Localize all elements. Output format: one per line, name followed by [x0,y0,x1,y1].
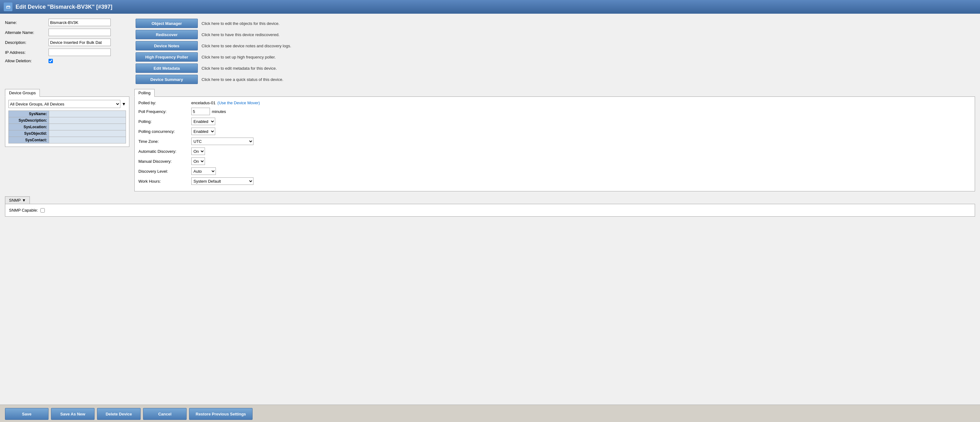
snmp-section: SNMP ▼ SNMP Capable: [5,196,975,217]
auto-discovery-row: Automatic Discovery: On Off [138,148,971,155]
edit-metadata-button[interactable]: Edit Metadata [135,64,198,73]
work-hours-row: Work Hours: System Default Always Never [138,177,971,185]
snmp-dropdown-arrow-icon: ▼ [22,198,26,202]
middle-section: Device Groups All Device Groups, All Dev… [5,89,975,191]
save-as-new-button[interactable]: Save As New [51,408,95,420]
snmp-content: SNMP Capable: [5,204,975,217]
sys-location-value [49,124,126,131]
alt-name-input[interactable] [49,29,111,36]
allow-deletion-row: Allow Deletion: [5,59,129,63]
tab-snmp[interactable]: SNMP ▼ [5,196,30,204]
action-buttons-list: Object Manager Click here to edit the ob… [135,19,975,84]
sys-name-label: SysName: [9,111,49,117]
action-btn-row-4: Edit Metadata Click here to edit metadat… [135,64,975,73]
name-row: Name: [5,19,129,26]
title-icon: 🗃 [4,3,13,11]
work-hours-label: Work Hours: [138,179,191,184]
action-btn-row-5: Device Summary Click here to see a quick… [135,75,975,84]
action-buttons-panel: Object Manager Click here to edit the ob… [135,19,975,84]
restore-settings-button[interactable]: Restore Previous Settings [189,408,253,420]
object-manager-desc: Click here to edit the objects for this … [202,21,280,26]
table-row: SysLocation: [9,124,126,131]
sys-contact-label: SysContact: [9,137,49,143]
polling-enabled-row: Polling: Enabled Disabled [138,118,971,125]
ip-label: IP Address: [5,50,49,55]
allow-deletion-checkbox[interactable] [49,59,53,63]
device-notes-button[interactable]: Device Notes [135,41,198,50]
device-groups-panel: Device Groups All Device Groups, All Dev… [5,89,129,191]
page-title: Edit Device "Bismarck-BV3K" [#397] [16,4,112,10]
polled-by-value: enceladus-01 (Use the Device Mover) [191,100,260,105]
polling-tab-header: Polling [134,89,975,97]
poll-freq-unit: minutes [212,109,226,114]
action-btn-row-3: High Frequency Poller Click here to set … [135,52,975,62]
discovery-level-row: Discovery Level: Auto None Basic Standar… [138,167,971,175]
device-groups-select[interactable]: All Device Groups, All Devices [8,100,120,108]
timezone-row: Time Zone: UTC System Default [138,137,971,145]
polling-enabled-label: Polling: [138,119,191,124]
alt-name-row: Alternate Name: [5,29,129,36]
dropdown-arrow-icon: ▼ [122,102,126,107]
high-frequency-poller-button[interactable]: High Frequency Poller [135,52,198,62]
action-btn-row-0: Object Manager Click here to edit the ob… [135,19,975,28]
delete-device-button[interactable]: Delete Device [97,408,141,420]
sys-location-label: SysLocation: [9,124,49,131]
name-input[interactable] [49,19,111,26]
auto-discovery-label: Automatic Discovery: [138,149,191,154]
edit-metadata-desc: Click here to edit metadata for this dev… [202,66,277,71]
polling-select[interactable]: Enabled Disabled [191,118,215,125]
device-notes-desc: Click here to see device notes and disco… [202,43,291,48]
save-button[interactable]: Save [5,408,49,420]
poll-freq-row: Poll Frequency: minutes [138,108,971,115]
timezone-select[interactable]: UTC System Default [191,137,253,145]
tab-polling[interactable]: Polling [134,89,154,97]
tab-snmp-label: SNMP [9,198,21,202]
device-groups-select-row: All Device Groups, All Devices ▼ [8,100,126,108]
polled-by-label: Polled by: [138,100,191,105]
name-label: Name: [5,20,49,25]
poll-freq-input[interactable] [191,108,210,115]
work-hours-select[interactable]: System Default Always Never [191,177,253,185]
cancel-button[interactable]: Cancel [143,408,187,420]
device-groups-tab-header: Device Groups [5,89,129,97]
snmp-capable-label: SNMP Capable: [9,208,38,213]
sys-table: SysName: SysDescription: SysLocation: [8,110,126,143]
rediscover-button[interactable]: Rediscover [135,30,198,39]
tab-device-groups[interactable]: Device Groups [5,89,40,97]
timezone-label: Time Zone: [138,139,191,144]
device-summary-desc: Click here to see a quick status of this… [202,77,283,82]
poll-freq-value: minutes [191,108,226,115]
tab-device-groups-label: Device Groups [9,91,36,95]
description-label: Description: [5,40,49,45]
table-row: SysName: [9,111,126,117]
device-mover-link[interactable]: (Use the Device Mover) [217,100,260,105]
description-row: Description: [5,38,129,46]
ip-input[interactable] [49,49,111,56]
sys-objectid-value [49,131,126,137]
device-summary-button[interactable]: Device Summary [135,75,198,84]
snmp-tab-header: SNMP ▼ [5,196,975,204]
snmp-capable-row: SNMP Capable: [9,208,971,213]
title-bar: 🗃 Edit Device "Bismarck-BV3K" [#397] [0,0,980,14]
tab-polling-label: Polling [138,91,151,95]
manual-discovery-label: Manual Discovery: [138,159,191,164]
allow-deletion-label: Allow Deletion: [5,59,49,63]
top-section: Name: Alternate Name: Description: IP Ad… [5,19,975,84]
polling-panel: Polling Polled by: enceladus-01 (Use the… [134,89,975,191]
manual-discovery-select[interactable]: On Off [191,158,205,165]
sys-contact-value [49,137,126,143]
form-panel: Name: Alternate Name: Description: IP Ad… [5,19,129,84]
alt-name-label: Alternate Name: [5,30,49,35]
polling-content: Polled by: enceladus-01 (Use the Device … [134,97,975,191]
discovery-level-select[interactable]: Auto None Basic Standard Deep [191,167,216,175]
polled-by-server: enceladus-01 [191,100,216,105]
object-manager-button[interactable]: Object Manager [135,19,198,28]
snmp-capable-checkbox[interactable] [40,208,45,213]
description-input[interactable] [49,38,111,46]
auto-discovery-select[interactable]: On Off [191,148,205,155]
action-btn-row-2: Device Notes Click here to see device no… [135,41,975,50]
bottom-bar: Save Save As New Delete Device Cancel Re… [0,404,980,422]
polled-by-row: Polled by: enceladus-01 (Use the Device … [138,100,971,105]
action-btn-row-1: Rediscover Click here to have this devic… [135,30,975,39]
polling-concurrency-select[interactable]: Enabled Disabled [191,127,215,135]
